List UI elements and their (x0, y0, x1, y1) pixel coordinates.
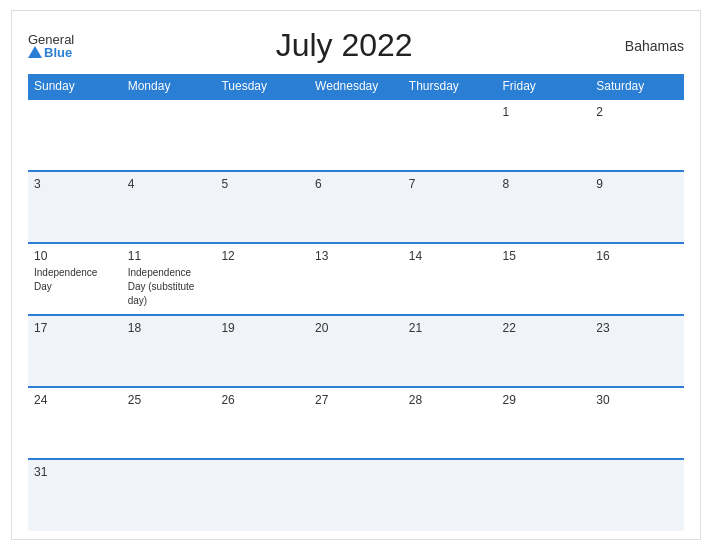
logo-triangle-icon (28, 46, 42, 58)
col-monday: Monday (122, 74, 216, 99)
calendar-day-cell: 19 (215, 315, 309, 387)
calendar-day-cell: 13 (309, 243, 403, 315)
logo: General Blue (28, 33, 74, 59)
calendar-grid: Sunday Monday Tuesday Wednesday Thursday… (28, 74, 684, 531)
calendar-day-cell (497, 459, 591, 531)
calendar-week-row: 3456789 (28, 171, 684, 243)
day-number: 29 (503, 393, 585, 407)
calendar-week-row: 24252627282930 (28, 387, 684, 459)
calendar-day-cell: 18 (122, 315, 216, 387)
calendar-day-cell (28, 99, 122, 171)
calendar-day-cell: 17 (28, 315, 122, 387)
calendar-day-cell: 12 (215, 243, 309, 315)
calendar-day-cell: 10Independence Day (28, 243, 122, 315)
calendar-day-cell: 16 (590, 243, 684, 315)
country-name: Bahamas (614, 38, 684, 54)
calendar-day-cell: 9 (590, 171, 684, 243)
calendar-day-cell: 25 (122, 387, 216, 459)
event-text: Independence Day (substitute day) (128, 267, 195, 306)
calendar-day-cell: 7 (403, 171, 497, 243)
calendar-day-cell (590, 459, 684, 531)
col-thursday: Thursday (403, 74, 497, 99)
calendar-day-cell: 26 (215, 387, 309, 459)
calendar-day-cell: 2 (590, 99, 684, 171)
logo-blue-text: Blue (28, 46, 74, 59)
day-number: 31 (34, 465, 116, 479)
day-number: 13 (315, 249, 397, 263)
col-sunday: Sunday (28, 74, 122, 99)
day-number: 2 (596, 105, 678, 119)
calendar-day-cell: 28 (403, 387, 497, 459)
calendar-day-cell: 30 (590, 387, 684, 459)
calendar-day-cell: 21 (403, 315, 497, 387)
calendar-day-cell (215, 99, 309, 171)
calendar-day-cell: 1 (497, 99, 591, 171)
calendar-week-row: 12 (28, 99, 684, 171)
logo-general-text: General (28, 33, 74, 46)
day-number: 23 (596, 321, 678, 335)
day-number: 24 (34, 393, 116, 407)
calendar-day-cell: 24 (28, 387, 122, 459)
day-number: 16 (596, 249, 678, 263)
day-number: 18 (128, 321, 210, 335)
calendar-title: July 2022 (74, 27, 614, 64)
calendar-week-row: 31 (28, 459, 684, 531)
calendar-week-row: 10Independence Day11Independence Day (su… (28, 243, 684, 315)
calendar-day-cell: 22 (497, 315, 591, 387)
col-tuesday: Tuesday (215, 74, 309, 99)
day-number: 12 (221, 249, 303, 263)
calendar-day-cell (122, 99, 216, 171)
calendar-day-cell (215, 459, 309, 531)
day-number: 28 (409, 393, 491, 407)
calendar-day-cell: 11Independence Day (substitute day) (122, 243, 216, 315)
day-number: 15 (503, 249, 585, 263)
day-number: 19 (221, 321, 303, 335)
day-number: 7 (409, 177, 491, 191)
day-number: 30 (596, 393, 678, 407)
day-number: 25 (128, 393, 210, 407)
calendar-day-cell: 29 (497, 387, 591, 459)
day-number: 21 (409, 321, 491, 335)
day-number: 5 (221, 177, 303, 191)
day-number: 17 (34, 321, 116, 335)
day-number: 1 (503, 105, 585, 119)
calendar-day-cell: 8 (497, 171, 591, 243)
event-text: Independence Day (34, 267, 97, 292)
calendar-day-cell: 4 (122, 171, 216, 243)
day-number: 6 (315, 177, 397, 191)
day-number: 9 (596, 177, 678, 191)
day-number: 14 (409, 249, 491, 263)
calendar-day-cell: 20 (309, 315, 403, 387)
weekday-header-row: Sunday Monday Tuesday Wednesday Thursday… (28, 74, 684, 99)
calendar-day-cell: 14 (403, 243, 497, 315)
calendar-day-cell (309, 459, 403, 531)
calendar-header: General Blue July 2022 Bahamas (28, 27, 684, 64)
calendar-day-cell (309, 99, 403, 171)
calendar-day-cell: 23 (590, 315, 684, 387)
calendar-day-cell: 5 (215, 171, 309, 243)
calendar-day-cell (403, 459, 497, 531)
day-number: 3 (34, 177, 116, 191)
calendar-day-cell: 3 (28, 171, 122, 243)
col-saturday: Saturday (590, 74, 684, 99)
day-number: 26 (221, 393, 303, 407)
calendar-day-cell: 31 (28, 459, 122, 531)
day-number: 22 (503, 321, 585, 335)
calendar-week-row: 17181920212223 (28, 315, 684, 387)
col-friday: Friday (497, 74, 591, 99)
col-wednesday: Wednesday (309, 74, 403, 99)
calendar-day-cell (403, 99, 497, 171)
calendar-day-cell: 15 (497, 243, 591, 315)
day-number: 8 (503, 177, 585, 191)
day-number: 11 (128, 249, 210, 263)
day-number: 27 (315, 393, 397, 407)
calendar-day-cell: 6 (309, 171, 403, 243)
calendar-container: General Blue July 2022 Bahamas Sunday Mo… (11, 10, 701, 540)
calendar-day-cell: 27 (309, 387, 403, 459)
day-number: 10 (34, 249, 116, 263)
day-number: 4 (128, 177, 210, 191)
day-number: 20 (315, 321, 397, 335)
calendar-day-cell (122, 459, 216, 531)
